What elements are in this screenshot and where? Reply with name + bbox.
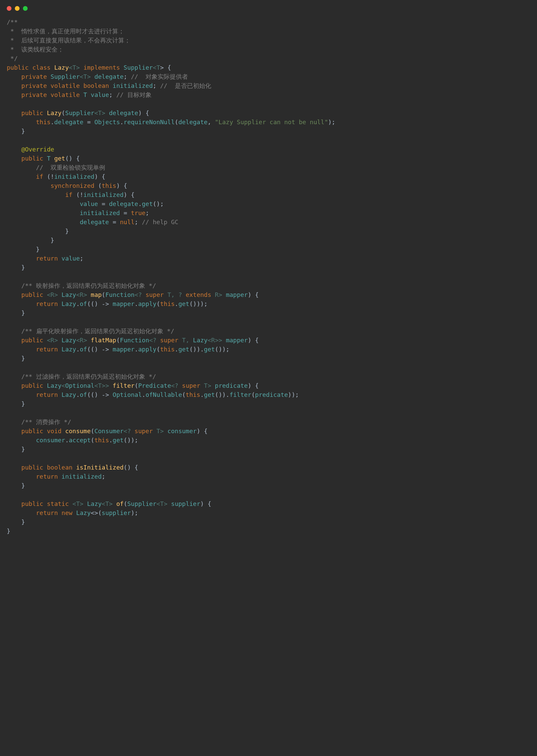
type-optional: Optional [113, 391, 142, 398]
comment: // 是否已初始化 [160, 82, 211, 89]
generic: < [69, 64, 72, 71]
type-lazy: Lazy [62, 291, 76, 298]
param-predicate: predicate [215, 382, 248, 389]
brace: ) { [124, 191, 135, 198]
paren: ( [124, 500, 127, 507]
minimize-icon[interactable] [15, 6, 20, 11]
dot: . [76, 391, 80, 398]
comment: /** 过滤操作，返回结果仍为延迟初始化对象 */ [21, 373, 156, 380]
kw-if: if [36, 173, 43, 180]
type-param: T [167, 291, 171, 298]
generic: > [84, 337, 87, 344]
generic: , [186, 337, 193, 344]
param-mapper: mapper [226, 337, 248, 344]
kw-return: return [36, 391, 58, 398]
assign: = [120, 209, 131, 216]
param-supplier: supplier [171, 500, 200, 507]
generic: < [62, 382, 65, 389]
type-lazy: Lazy [87, 500, 101, 507]
generic: > [109, 500, 113, 507]
lambda: (() -> [87, 391, 113, 398]
comment: // 双重检验锁实现单例 [36, 164, 105, 171]
brace: } [21, 264, 25, 271]
paren: ()). [189, 346, 204, 353]
method-of: of [80, 300, 87, 307]
type-param: T [204, 382, 208, 389]
paren: )); [288, 391, 299, 398]
semi: ; [109, 91, 113, 98]
paren: ( [156, 300, 160, 307]
method-apply: apply [138, 346, 156, 353]
type-param: R [80, 337, 84, 344]
generic: < [94, 109, 98, 116]
comment: * 该类线程安全； [7, 46, 64, 53]
type-param: T [98, 382, 102, 389]
generic: <? [134, 291, 146, 298]
field-delegate: delegate [80, 218, 109, 226]
dot: . [175, 346, 179, 353]
method-of: of [80, 346, 87, 353]
close-icon[interactable] [7, 6, 11, 11]
generic: < [153, 64, 157, 71]
generic: > [54, 291, 58, 298]
brace: > { [160, 64, 171, 71]
kw-volatile: volatile [51, 91, 80, 98]
brace: ) { [248, 337, 259, 344]
semi: ; [102, 473, 105, 480]
field-delegate: delegate [94, 73, 124, 80]
type-param: R [211, 337, 215, 344]
type-param: R [51, 337, 54, 344]
comment: /** 消费操作 */ [21, 418, 71, 425]
semi: ; [134, 218, 138, 226]
kw-super: super [146, 291, 164, 298]
generic: < [208, 337, 211, 344]
type-param: T [156, 427, 160, 435]
assign: = [84, 118, 95, 126]
generic: <? [171, 382, 182, 389]
paren: ( [175, 118, 179, 126]
field-delegate: delegate [54, 118, 84, 126]
type-param: T [160, 500, 164, 507]
brace: } [21, 128, 25, 135]
brace: } [21, 309, 25, 316]
paren: ( [91, 437, 94, 444]
brace: ) { [116, 182, 127, 189]
method-get: get [54, 155, 65, 162]
kw-void: void [47, 427, 61, 435]
method-consume: consume [65, 427, 91, 435]
type-lazy: Lazy [76, 509, 91, 516]
type-lazy: Lazy [62, 300, 76, 307]
generic: > [208, 382, 211, 389]
paren: ()); [124, 437, 138, 444]
type-param: R [80, 291, 84, 298]
method-apply: apply [138, 300, 156, 307]
dot: . [200, 391, 204, 398]
type-param: T [156, 64, 160, 71]
paren: ( [116, 337, 120, 344]
kw-public: public [21, 427, 43, 435]
kw-synchronized: synchronized [51, 182, 94, 189]
dot: . [175, 300, 179, 307]
kw-null: null [120, 218, 134, 226]
zoom-icon[interactable] [23, 6, 28, 11]
field-initialized: initialized [84, 191, 124, 198]
type-lazy: Lazy [62, 391, 76, 398]
kw-super: super [160, 337, 178, 344]
generic: < [76, 337, 80, 344]
paren: (); [153, 200, 164, 207]
semi: ; [153, 82, 157, 89]
kw-volatile: volatile [51, 82, 80, 89]
param-consumer: consumer [167, 427, 197, 435]
kw-this: this [160, 300, 175, 307]
paren: ( [91, 427, 94, 435]
paren: ( [251, 391, 255, 398]
generic: > [76, 64, 80, 71]
class-objects: Objects [94, 118, 120, 126]
dot: . [76, 300, 80, 307]
comment: */ [7, 55, 18, 62]
kw-extends: extends [186, 291, 211, 298]
method-map: map [91, 291, 102, 298]
comment: // 目标对象 [116, 91, 152, 98]
paren: ( [94, 182, 102, 189]
dot: . [142, 391, 146, 398]
